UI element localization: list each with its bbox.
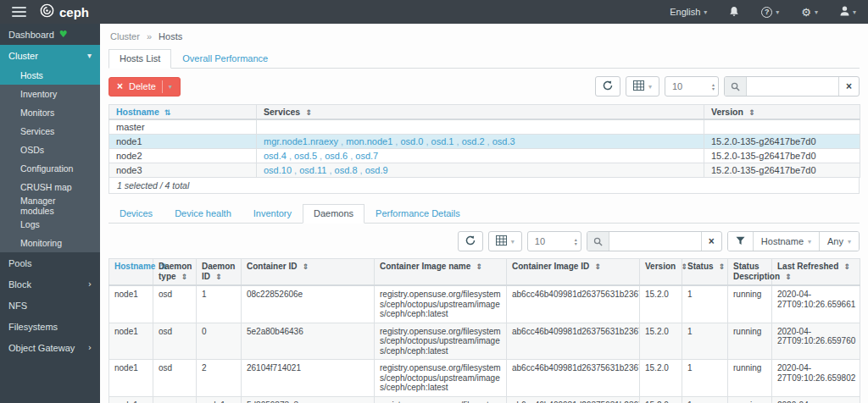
column-header-services[interactable]: Services⇕: [257, 105, 704, 120]
tab-devices[interactable]: Devices: [108, 204, 164, 224]
search-input[interactable]: [747, 77, 838, 96]
host-row[interactable]: node2osd.4 , osd.5 , osd.6 , osd.715.2.0…: [109, 149, 860, 163]
daemon-row[interactable]: node1osd226104f714021registry.opensuse.o…: [109, 360, 860, 397]
column-toggle-button[interactable]: ▾: [488, 231, 522, 251]
column-header-container-image-name[interactable]: Container Image name⇕: [375, 259, 507, 286]
filter-column-dropdown[interactable]: Hostname ▾: [753, 232, 819, 251]
sidebar-item-label: Configuration: [20, 163, 73, 174]
service-link[interactable]: osd.7: [355, 151, 378, 161]
help-dropdown[interactable]: ? ▾: [761, 7, 779, 18]
cell-status-description: running: [728, 285, 772, 323]
service-link[interactable]: osd.9: [365, 165, 388, 175]
chevron-down-icon: ▾: [704, 8, 707, 16]
service-link[interactable]: mon.node1: [346, 136, 392, 146]
sidebar-item-cluster[interactable]: Cluster▾: [0, 45, 100, 66]
user-dropdown[interactable]: ▾: [840, 6, 856, 18]
sidebar-item-block[interactable]: Block›: [0, 273, 100, 295]
tab-overall-performance[interactable]: Overall Performance: [171, 49, 279, 69]
cell-version: 15.2.0: [640, 396, 682, 403]
sidebar-item-monitoring[interactable]: Monitoring: [0, 234, 100, 252]
hosts-search: ×: [724, 76, 860, 97]
service-link[interactable]: mgr.node1.nraexy: [264, 136, 338, 146]
refresh-button[interactable]: [595, 76, 620, 97]
breadcrumb-cluster[interactable]: Cluster: [110, 31, 140, 41]
clear-search-icon[interactable]: ×: [838, 77, 859, 96]
column-toggle-button[interactable]: ▾: [626, 76, 659, 97]
chevron-right-icon: ›: [88, 343, 92, 352]
stepper-arrows-icon[interactable]: ▴▾: [575, 237, 577, 246]
refresh-icon: [465, 234, 476, 249]
host-row[interactable]: node1mgr.node1.nraexy , mon.node1 , osd.…: [109, 135, 860, 149]
column-header-status[interactable]: Status⇕: [682, 259, 728, 286]
stepper-arrows-icon[interactable]: ▴▾: [712, 82, 715, 91]
service-link[interactable]: osd.11: [299, 165, 326, 175]
cell-last-refreshed: 2020-04-27T09:10:26.659840: [772, 396, 860, 403]
sidebar-item-inventory[interactable]: Inventory: [0, 85, 100, 103]
sidebar-item-object-gateway[interactable]: Object Gateway›: [0, 337, 100, 358]
sidebar-item-nfs[interactable]: NFS: [0, 295, 100, 316]
notifications-button[interactable]: [729, 6, 739, 19]
column-header-daemon-type[interactable]: Daemon type⇕: [153, 259, 197, 286]
service-link[interactable]: osd.3: [492, 136, 515, 146]
service-link[interactable]: osd.8: [335, 165, 358, 175]
daemon-row[interactable]: node1osd05e2a80b46436registry.opensuse.o…: [109, 323, 860, 360]
sidebar-item-dashboard[interactable]: Dashboard♥: [0, 24, 100, 45]
sidebar-item-monitors[interactable]: Monitors: [0, 103, 100, 122]
service-link[interactable]: osd.1: [431, 136, 454, 146]
column-header-hostname[interactable]: Hostname⇅: [109, 105, 257, 120]
table-grid-icon: [633, 79, 644, 94]
service-link[interactable]: osd.5: [294, 151, 317, 161]
daemons-search: ×: [587, 231, 722, 251]
cell-daemon-type: osd: [153, 360, 197, 397]
daemon-row[interactable]: node1osd108c22852606eregistry.opensuse.o…: [109, 285, 860, 323]
tab-inventory[interactable]: Inventory: [242, 204, 303, 224]
service-link[interactable]: osd.6: [325, 151, 348, 161]
sidebar-item-label: Cluster: [8, 51, 38, 61]
column-header-container-id[interactable]: Container ID⇕: [242, 259, 375, 286]
settings-dropdown[interactable]: ⚙ ▾: [801, 7, 818, 18]
sidebar-item-filesystems[interactable]: Filesystems: [0, 316, 100, 337]
sidebar-item-services[interactable]: Services: [0, 122, 100, 141]
column-header-container-image-id[interactable]: Container Image ID⇕: [507, 259, 640, 286]
filter-button[interactable]: [728, 232, 753, 251]
service-link[interactable]: osd.0: [400, 136, 423, 146]
column-header-status-description[interactable]: Status Description⇕: [728, 259, 772, 286]
host-row[interactable]: node3osd.10 , osd.11 , osd.8 , osd.915.2…: [109, 163, 860, 178]
column-header-daemon-id[interactable]: Daemon ID⇕: [197, 259, 242, 286]
page-size-input[interactable]: [535, 236, 575, 246]
page-size-input[interactable]: [672, 81, 712, 91]
cell-status-description: running: [728, 323, 772, 360]
cell-hostname: node1: [109, 285, 153, 323]
sidebar-item-hosts[interactable]: Hosts: [0, 66, 100, 85]
filter-value-dropdown[interactable]: Any ▾: [819, 232, 859, 251]
service-link[interactable]: osd.2: [462, 136, 485, 146]
tab-performance-details[interactable]: Performance Details: [364, 204, 471, 224]
tab-hosts-list[interactable]: Hosts List: [108, 49, 171, 69]
cell-container-image-name: registry.opensuse.org/filesystems/ceph/o…: [375, 285, 507, 323]
sidebar-item-osds[interactable]: OSDs: [0, 141, 100, 159]
tab-device-health[interactable]: Device health: [164, 204, 242, 224]
sidebar-item-manager-modules[interactable]: Manager modules: [0, 196, 100, 215]
brand[interactable]: ceph: [40, 3, 89, 20]
service-link[interactable]: osd.4: [264, 151, 287, 161]
search-input[interactable]: [609, 232, 701, 251]
daemon-row[interactable]: node1monnode15d8059873e3aregistry.opensu…: [109, 396, 860, 403]
sidebar-item-crush-map[interactable]: CRUSH map: [0, 178, 100, 196]
refresh-button[interactable]: [458, 231, 483, 251]
column-header-hostname[interactable]: Hostname⇅: [109, 259, 153, 286]
language-dropdown[interactable]: English ▾: [670, 7, 707, 17]
column-header-version[interactable]: Version⇕: [704, 105, 860, 120]
tab-daemons[interactable]: Daemons: [303, 204, 364, 224]
sidebar-item-logs[interactable]: Logs: [0, 215, 100, 234]
host-row[interactable]: master: [109, 119, 860, 135]
hamburger-icon[interactable]: [12, 7, 26, 17]
service-link[interactable]: osd.10: [264, 165, 292, 175]
chevron-down-icon: ▾: [848, 238, 851, 246]
sidebar-item-configuration[interactable]: Configuration: [0, 159, 100, 178]
column-header-version[interactable]: Version⇕: [640, 259, 682, 286]
chevron-down-icon: ▾: [169, 83, 172, 91]
clear-search-icon[interactable]: ×: [701, 232, 721, 251]
cell-status-description: running: [728, 396, 772, 403]
sidebar-item-pools[interactable]: Pools: [0, 252, 100, 273]
delete-button[interactable]: × Delete ▾: [108, 77, 181, 97]
